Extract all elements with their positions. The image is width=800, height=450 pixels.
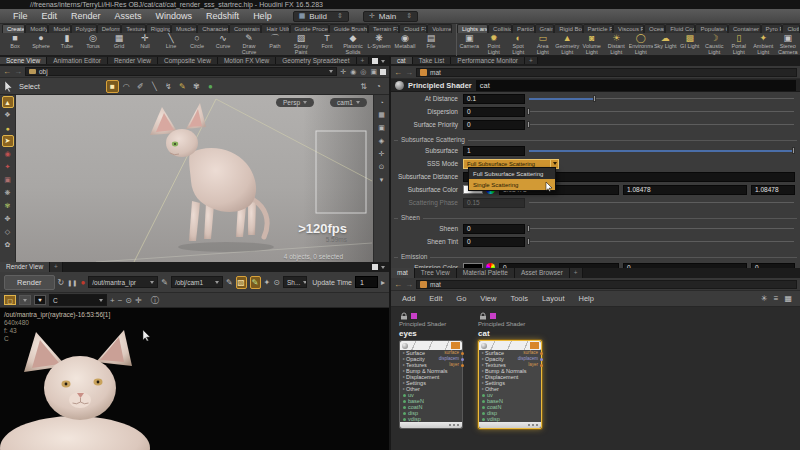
pose-icon[interactable]: ✾ [2, 200, 14, 212]
shelf-tab-muscles[interactable]: Muscles [171, 24, 197, 33]
light-tool-icon[interactable]: ● [2, 122, 14, 134]
shelf-tab-lights-and-c[interactable]: Lights and C... [457, 24, 488, 33]
shelf-tool-platonic-solids[interactable]: ◆Platonic Solids [340, 33, 366, 56]
update-time-field[interactable]: 1 [355, 276, 378, 288]
flower-icon[interactable]: ✿ [2, 239, 14, 251]
tools-icon[interactable]: ✳ [761, 294, 768, 303]
slider-handle[interactable] [527, 121, 530, 128]
tab-material-palette[interactable]: Material Palette [457, 268, 515, 278]
shelf-tool-l-system[interactable]: ❋L-System [366, 33, 392, 56]
shelf-tool-torus[interactable]: ◎Torus [80, 33, 106, 56]
lasso-select-icon[interactable]: ◠ [120, 80, 133, 93]
param-field-surface-priority[interactable]: 0 [463, 120, 525, 130]
pane-divider[interactable] [389, 56, 391, 450]
zoom-fit-icon[interactable]: ⊙ [125, 296, 132, 305]
param-field-sheen-tint[interactable]: 0 [463, 237, 525, 247]
tab-animation-editor[interactable]: Animation Editor [47, 57, 108, 64]
snapshot-icon[interactable]: ◎ [360, 68, 366, 76]
param-slider-at-distance[interactable] [529, 94, 794, 103]
network-path-field[interactable]: mat [416, 280, 797, 289]
slider-handle[interactable] [527, 238, 530, 245]
shelf-tab-pyro-fx[interactable]: Pyro FX [761, 24, 783, 33]
dof-icon[interactable]: ⊙ [376, 161, 388, 173]
pane-menu-caret-icon[interactable] [381, 60, 385, 63]
desktop-main-dropdown[interactable]: ✛ Main ⇕ [363, 11, 418, 22]
render-button[interactable]: Render [4, 275, 55, 290]
pane-menu-caret-icon[interactable] [381, 266, 385, 269]
nav-back-icon[interactable]: ← [394, 280, 402, 289]
shelf-tool-line[interactable]: ╲Line [158, 33, 184, 56]
refresh-icon[interactable]: ↻ [58, 278, 65, 287]
shelf-tool-font[interactable]: TFont [314, 33, 340, 56]
camera-pill[interactable]: cam1 [330, 98, 367, 107]
shelf-tab-particle-fluids[interactable]: Particle Fluids [583, 24, 614, 33]
shelf-tab-fluid-contai[interactable]: Fluid Contai... [665, 24, 695, 33]
slider-handle[interactable] [792, 147, 795, 154]
display-swatch-b[interactable] [19, 295, 31, 305]
shelf-tab-populate-con[interactable]: Populate Con... [695, 24, 728, 33]
shelf-tool-stereo-camera[interactable]: ▣Stereo Camera [776, 33, 800, 56]
render-region-toggle[interactable]: ▧ [236, 276, 247, 289]
menu-assets[interactable]: Assets [108, 11, 149, 21]
tab-take-list[interactable]: Take List [413, 57, 452, 64]
add-tab-button[interactable]: + [525, 57, 538, 64]
menu-windows[interactable]: Windows [149, 11, 200, 21]
param-field-at-distance[interactable]: 0.1 [463, 94, 525, 104]
snap-icon[interactable]: ✥ [2, 213, 14, 225]
shelf-tab-modify[interactable]: Modify [25, 24, 48, 33]
shelf-tool-path[interactable]: ⌒Path [262, 33, 288, 56]
shelf-tab-particles[interactable]: Particles [512, 24, 535, 33]
shelf-tab-cloud-fx[interactable]: Cloud FX [399, 24, 428, 33]
node-eyes[interactable]: Principled Shadereyes▸Surfacesurface▸Opa… [399, 311, 463, 429]
tab-asset-browser[interactable]: Asset Browser [515, 268, 570, 278]
edit-rop-icon[interactable]: ✎ [161, 278, 168, 287]
shelf-tool-metaball[interactable]: ◉Metaball [392, 33, 418, 56]
scene-viewport[interactable]: ▲❖●➤◉✦▣❋✾✥◇✿ ◔▦▣◈✛⊙▾ Persp cam1 >120fps … [0, 95, 389, 262]
rotate-tool-icon[interactable]: ✦ [2, 161, 14, 173]
menu-redshift[interactable]: Redshift [199, 11, 246, 21]
param-slider-surface-priority[interactable] [529, 120, 794, 129]
shelf-tab-hair-utils[interactable]: Hair Utils [261, 24, 289, 33]
shelf-tool-ambient-light[interactable]: ✦Ambient Light [751, 33, 776, 56]
tab-geometry-spreadsheet[interactable]: Geometry Spreadsheet [276, 57, 356, 64]
handles-icon[interactable]: ❋ [2, 187, 14, 199]
tab-motion-fx-view[interactable]: Motion FX View [218, 57, 276, 64]
shelf-tool-portal-light[interactable]: ▯Portal Light [727, 33, 752, 56]
shelf-tool-distant-light[interactable]: ☀Distant Light [604, 33, 629, 56]
shelf-tab-deform[interactable]: Deform [97, 24, 122, 33]
persp-view-pill[interactable]: Persp [276, 98, 314, 107]
tree-icon[interactable]: ≡ [774, 294, 779, 303]
shelf-tool-box[interactable]: ■Box [2, 33, 28, 56]
auto-update-toggle[interactable]: ✎ [250, 276, 261, 289]
channel-selector[interactable]: C [49, 294, 107, 306]
shelf-tool-point-light[interactable]: ✹Point Light [482, 33, 507, 56]
shelf-tab-rigid-bodies[interactable]: Rigid Bodies [554, 24, 582, 33]
play-icon[interactable]: ▸ [381, 278, 385, 287]
pause-icon[interactable]: ❚❚ [67, 279, 77, 286]
more-icon[interactable]: ▾ [376, 174, 388, 186]
loop-select-icon[interactable]: ↯ [162, 80, 175, 93]
material-select-icon[interactable]: ● [204, 80, 217, 93]
construction-icon[interactable]: ◇ [2, 226, 14, 238]
shelf-tab-grains[interactable]: Grains [535, 24, 555, 33]
help-icon[interactable]: ◔ [372, 80, 385, 93]
shelf-tool-sky-light[interactable]: ☁Sky Light [653, 33, 678, 56]
pan-tool-icon[interactable]: ❖ [2, 109, 14, 121]
network-menu-tools[interactable]: Tools [503, 291, 535, 307]
slider-handle[interactable] [527, 108, 530, 115]
shelf-tool-draw-curve[interactable]: ✎Draw Curve [236, 33, 262, 56]
zoom-out-icon[interactable]: − [118, 296, 123, 305]
viewport-layout-icon[interactable] [380, 69, 386, 75]
lock-camera-icon[interactable]: ▣ [376, 122, 388, 134]
menu-render[interactable]: Render [64, 11, 108, 21]
shelf-tab-create[interactable]: Create [2, 24, 25, 33]
shelf-tab-characters[interactable]: Characters [197, 24, 229, 33]
param-slider-subsurface[interactable] [529, 146, 794, 155]
menu-item-full-subsurface[interactable]: Full Subsurface Scattering [469, 168, 555, 179]
network-menu-go[interactable]: Go [449, 291, 473, 307]
layout-icon[interactable]: ▣ [370, 68, 377, 76]
shelf-tool-environment-light[interactable]: ◯Environment Light [629, 33, 654, 56]
slider-handle[interactable] [527, 225, 530, 232]
shelf-tab-constraints[interactable]: Constraints [229, 24, 262, 33]
param-field-subsurface[interactable]: 1 [463, 146, 525, 156]
